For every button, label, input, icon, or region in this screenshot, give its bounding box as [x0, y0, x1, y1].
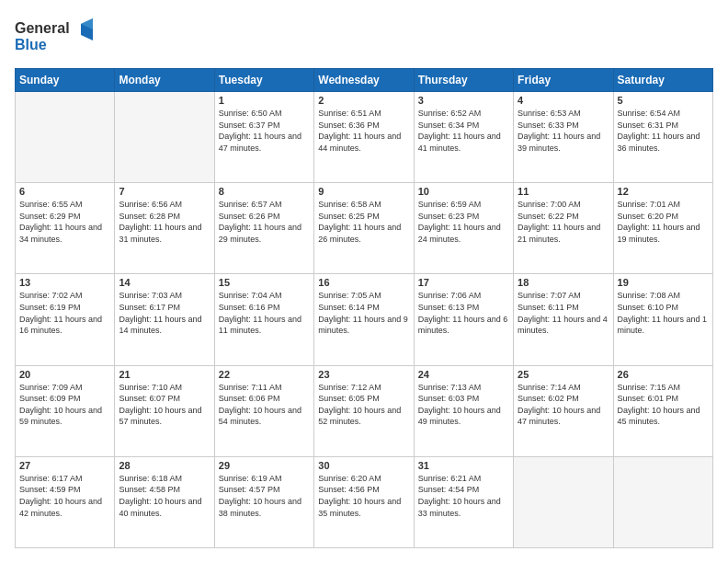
day-number: 6	[19, 186, 110, 197]
calendar-cell: 9Sunrise: 6:58 AM Sunset: 6:25 PM Daylig…	[314, 183, 414, 274]
day-info: Sunrise: 6:50 AM Sunset: 6:37 PM Dayligh…	[219, 108, 310, 154]
day-info: Sunrise: 7:08 AM Sunset: 6:10 PM Dayligh…	[618, 290, 709, 336]
calendar-cell	[16, 92, 115, 183]
day-number: 1	[219, 95, 310, 106]
weekday-header-monday: Monday	[115, 69, 214, 92]
page: General Blue SundayMondayTuesdayWednesda…	[0, 0, 728, 563]
calendar-cell: 13Sunrise: 7:02 AM Sunset: 6:19 PM Dayli…	[16, 274, 115, 365]
day-number: 30	[318, 460, 409, 471]
day-number: 5	[618, 95, 709, 106]
calendar-cell: 26Sunrise: 7:15 AM Sunset: 6:01 PM Dayli…	[613, 365, 712, 456]
day-number: 18	[518, 277, 609, 288]
weekday-header-saturday: Saturday	[613, 69, 712, 92]
day-info: Sunrise: 6:53 AM Sunset: 6:33 PM Dayligh…	[518, 108, 609, 154]
day-info: Sunrise: 6:58 AM Sunset: 6:25 PM Dayligh…	[318, 199, 409, 245]
calendar-week-row: 6Sunrise: 6:55 AM Sunset: 6:29 PM Daylig…	[16, 183, 713, 274]
calendar-cell: 1Sunrise: 6:50 AM Sunset: 6:37 PM Daylig…	[214, 92, 313, 183]
day-info: Sunrise: 7:15 AM Sunset: 6:01 PM Dayligh…	[618, 382, 709, 428]
calendar-cell: 4Sunrise: 6:53 AM Sunset: 6:33 PM Daylig…	[514, 92, 613, 183]
calendar-cell: 21Sunrise: 7:10 AM Sunset: 6:07 PM Dayli…	[115, 365, 214, 456]
day-info: Sunrise: 6:52 AM Sunset: 6:34 PM Dayligh…	[418, 108, 509, 154]
day-info: Sunrise: 7:04 AM Sunset: 6:16 PM Dayligh…	[219, 290, 310, 336]
day-info: Sunrise: 7:07 AM Sunset: 6:11 PM Dayligh…	[518, 290, 609, 336]
calendar-week-row: 27Sunrise: 6:17 AM Sunset: 4:59 PM Dayli…	[16, 456, 713, 547]
header: General Blue	[15, 15, 713, 59]
weekday-header-tuesday: Tuesday	[214, 69, 313, 92]
calendar-cell: 25Sunrise: 7:14 AM Sunset: 6:02 PM Dayli…	[514, 365, 613, 456]
calendar-cell: 5Sunrise: 6:54 AM Sunset: 6:31 PM Daylig…	[613, 92, 712, 183]
day-number: 7	[119, 186, 210, 197]
day-info: Sunrise: 6:19 AM Sunset: 4:57 PM Dayligh…	[219, 473, 310, 519]
day-info: Sunrise: 6:20 AM Sunset: 4:56 PM Dayligh…	[318, 473, 409, 519]
day-info: Sunrise: 7:05 AM Sunset: 6:14 PM Dayligh…	[318, 290, 409, 336]
day-number: 15	[219, 277, 310, 288]
weekday-header-friday: Friday	[514, 69, 613, 92]
weekday-header-thursday: Thursday	[414, 69, 513, 92]
calendar-cell: 3Sunrise: 6:52 AM Sunset: 6:34 PM Daylig…	[414, 92, 513, 183]
calendar-cell: 19Sunrise: 7:08 AM Sunset: 6:10 PM Dayli…	[613, 274, 712, 365]
day-number: 22	[219, 369, 310, 380]
day-number: 13	[19, 277, 110, 288]
calendar-week-row: 13Sunrise: 7:02 AM Sunset: 6:19 PM Dayli…	[16, 274, 713, 365]
day-number: 4	[518, 95, 609, 106]
calendar-cell: 31Sunrise: 6:21 AM Sunset: 4:54 PM Dayli…	[414, 456, 513, 547]
calendar-cell: 2Sunrise: 6:51 AM Sunset: 6:36 PM Daylig…	[314, 92, 414, 183]
day-info: Sunrise: 6:56 AM Sunset: 6:28 PM Dayligh…	[119, 199, 210, 245]
calendar-cell: 14Sunrise: 7:03 AM Sunset: 6:17 PM Dayli…	[115, 274, 214, 365]
day-number: 3	[418, 95, 509, 106]
day-number: 10	[418, 186, 509, 197]
day-info: Sunrise: 7:06 AM Sunset: 6:13 PM Dayligh…	[418, 290, 509, 336]
day-info: Sunrise: 6:59 AM Sunset: 6:23 PM Dayligh…	[418, 199, 509, 245]
calendar-cell: 30Sunrise: 6:20 AM Sunset: 4:56 PM Dayli…	[314, 456, 414, 547]
calendar-cell: 7Sunrise: 6:56 AM Sunset: 6:28 PM Daylig…	[115, 183, 214, 274]
calendar-cell	[115, 92, 214, 183]
day-number: 9	[318, 186, 409, 197]
day-info: Sunrise: 6:21 AM Sunset: 4:54 PM Dayligh…	[418, 473, 509, 519]
calendar-cell: 24Sunrise: 7:13 AM Sunset: 6:03 PM Dayli…	[414, 365, 513, 456]
day-info: Sunrise: 7:12 AM Sunset: 6:05 PM Dayligh…	[318, 382, 409, 428]
calendar-cell: 20Sunrise: 7:09 AM Sunset: 6:09 PM Dayli…	[16, 365, 115, 456]
day-info: Sunrise: 6:54 AM Sunset: 6:31 PM Dayligh…	[618, 108, 709, 154]
calendar-cell: 6Sunrise: 6:55 AM Sunset: 6:29 PM Daylig…	[16, 183, 115, 274]
calendar-cell: 10Sunrise: 6:59 AM Sunset: 6:23 PM Dayli…	[414, 183, 513, 274]
day-info: Sunrise: 7:00 AM Sunset: 6:22 PM Dayligh…	[518, 199, 609, 245]
day-number: 26	[618, 369, 709, 380]
logo: General Blue	[15, 15, 107, 59]
calendar-cell: 15Sunrise: 7:04 AM Sunset: 6:16 PM Dayli…	[214, 274, 313, 365]
calendar-cell: 29Sunrise: 6:19 AM Sunset: 4:57 PM Dayli…	[214, 456, 313, 547]
calendar-cell: 17Sunrise: 7:06 AM Sunset: 6:13 PM Dayli…	[414, 274, 513, 365]
calendar-table: SundayMondayTuesdayWednesdayThursdayFrid…	[15, 68, 713, 548]
day-info: Sunrise: 6:57 AM Sunset: 6:26 PM Dayligh…	[219, 199, 310, 245]
day-info: Sunrise: 7:10 AM Sunset: 6:07 PM Dayligh…	[119, 382, 210, 428]
day-info: Sunrise: 7:11 AM Sunset: 6:06 PM Dayligh…	[219, 382, 310, 428]
day-info: Sunrise: 7:02 AM Sunset: 6:19 PM Dayligh…	[19, 290, 110, 336]
svg-text:Blue: Blue	[15, 37, 47, 52]
day-info: Sunrise: 7:01 AM Sunset: 6:20 PM Dayligh…	[618, 199, 709, 245]
day-number: 27	[19, 460, 110, 471]
day-info: Sunrise: 7:09 AM Sunset: 6:09 PM Dayligh…	[19, 382, 110, 428]
day-number: 29	[219, 460, 310, 471]
day-number: 8	[219, 186, 310, 197]
day-number: 12	[618, 186, 709, 197]
weekday-header-wednesday: Wednesday	[314, 69, 414, 92]
day-info: Sunrise: 7:14 AM Sunset: 6:02 PM Dayligh…	[518, 382, 609, 428]
day-number: 20	[19, 369, 110, 380]
day-info: Sunrise: 7:03 AM Sunset: 6:17 PM Dayligh…	[119, 290, 210, 336]
day-number: 19	[618, 277, 709, 288]
weekday-header-row: SundayMondayTuesdayWednesdayThursdayFrid…	[16, 69, 713, 92]
calendar-cell: 18Sunrise: 7:07 AM Sunset: 6:11 PM Dayli…	[514, 274, 613, 365]
day-number: 25	[518, 369, 609, 380]
day-number: 24	[418, 369, 509, 380]
day-number: 11	[518, 186, 609, 197]
day-number: 31	[418, 460, 509, 471]
day-info: Sunrise: 7:13 AM Sunset: 6:03 PM Dayligh…	[418, 382, 509, 428]
calendar-cell: 16Sunrise: 7:05 AM Sunset: 6:14 PM Dayli…	[314, 274, 414, 365]
day-number: 28	[119, 460, 210, 471]
day-info: Sunrise: 6:55 AM Sunset: 6:29 PM Dayligh…	[19, 199, 110, 245]
calendar-cell: 11Sunrise: 7:00 AM Sunset: 6:22 PM Dayli…	[514, 183, 613, 274]
day-info: Sunrise: 6:17 AM Sunset: 4:59 PM Dayligh…	[19, 473, 110, 519]
day-number: 17	[418, 277, 509, 288]
day-number: 21	[119, 369, 210, 380]
day-number: 2	[318, 95, 409, 106]
calendar-cell	[514, 456, 613, 547]
